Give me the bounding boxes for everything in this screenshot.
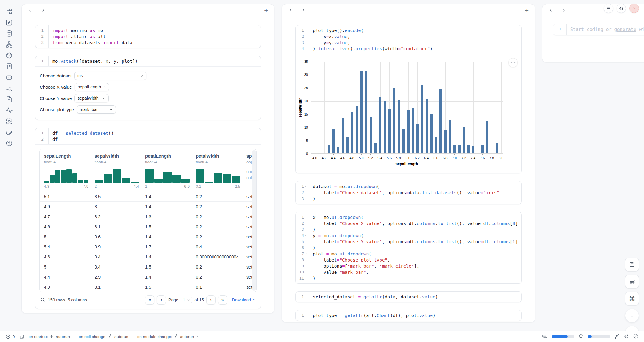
table-row[interactable]: 53.61.40.2setos: [40, 232, 256, 242]
code-editor[interactable]: import marimo as moimport altair as altf…: [49, 25, 261, 48]
table-row[interactable]: 4.42.91.40.2setos: [40, 272, 256, 282]
code-line: label="Choose X value", options=df.colum…: [313, 220, 518, 226]
code-editor[interactable]: dataset = mo.ui.dropdown( label="Choose …: [309, 181, 521, 204]
table-row[interactable]: 4.73.21.30.2setos: [40, 212, 256, 222]
dropdown-select[interactable]: sepalWidth: [74, 94, 109, 102]
dropdown-select[interactable]: sepalLength: [75, 83, 109, 91]
table-cell: 1.4: [145, 255, 196, 259]
code-line: plot_type = getattr(alt.Chart(df), plot.…: [313, 312, 518, 319]
table-scrollbar[interactable]: [252, 150, 256, 291]
download-button[interactable]: Download: [232, 297, 256, 302]
sidebar-file-text-icon[interactable]: [5, 96, 13, 103]
stop-button[interactable]: [625, 309, 639, 322]
code-editor[interactable]: mo.vstack([dataset, x, y, plot]): [49, 56, 261, 66]
gridline: [501, 62, 502, 153]
histogram-bar: [66, 169, 72, 183]
cpu-icon: [578, 333, 584, 340]
table-row[interactable]: 4.63.11.50.2setos: [40, 222, 256, 232]
dropdown-value: iris: [77, 73, 83, 78]
panel-next-button[interactable]: [301, 8, 306, 14]
menu-button[interactable]: [604, 4, 613, 13]
fold-toggle[interactable]: [304, 29, 307, 32]
connection-status-icon[interactable]: [633, 333, 639, 340]
table-row[interactable]: 4.63.41.40.3000000000000004setos: [40, 252, 256, 262]
code-editor[interactable]: plot_type = getattr(alt.Chart(df), plot.…: [309, 310, 521, 321]
search-icon[interactable]: [40, 297, 45, 303]
panel-next-button[interactable]: [562, 8, 566, 14]
empty-code-editor[interactable]: Start coding or generate with: [567, 24, 644, 35]
sidebar-sitemap-icon[interactable]: [5, 41, 13, 48]
close-button[interactable]: [629, 4, 639, 13]
code-editor[interactable]: x = mo.ui.dropdown( label="Choose X valu…: [309, 212, 521, 283]
chart-plot-area[interactable]: [311, 62, 503, 154]
panel-prev-button[interactable]: [28, 8, 32, 14]
panel-prev-button[interactable]: [288, 8, 293, 14]
axis-tick: [343, 154, 343, 155]
sidebar-database-icon[interactable]: [5, 30, 13, 37]
x-tick-label: 4.2: [319, 156, 329, 160]
cell-output: Choose datasetirisChoose X valuesepalLen…: [35, 66, 261, 120]
terminal-button[interactable]: [19, 334, 24, 339]
prev-page-button[interactable]: ‹: [157, 295, 166, 305]
table-cell: 3.1: [95, 285, 145, 290]
fold-toggle[interactable]: [304, 234, 307, 237]
generate-link[interactable]: generate: [614, 27, 636, 32]
next-page-button[interactable]: ›: [206, 295, 216, 305]
column-histogram: [95, 168, 139, 183]
code-editor[interactable]: df = selected_dataset()df: [49, 128, 261, 144]
table-row[interactable]: 4.93.11.50.1setos: [40, 282, 256, 292]
table-row[interactable]: 5.43.91.70.4setos: [40, 242, 256, 252]
save-button[interactable]: [625, 258, 639, 271]
fold-toggle[interactable]: [304, 216, 307, 219]
download-label: Download: [232, 297, 251, 302]
settings-button[interactable]: [617, 4, 626, 13]
layout-button[interactable]: [625, 275, 639, 288]
code-line: y = mo.ui.dropdown(: [313, 233, 518, 239]
chart-bar: [384, 101, 386, 153]
control-row: Choose Y valuesepalWidth: [40, 94, 256, 102]
sidebar-help-circle-icon[interactable]: [5, 140, 13, 147]
code-editor[interactable]: plot_type().encode( x=x.value, y=y.value…: [309, 25, 521, 54]
bolt-icon: [174, 334, 178, 339]
add-cell-button[interactable]: +: [264, 7, 268, 14]
sidebar-package-icon[interactable]: [5, 52, 13, 59]
dropdown-select[interactable]: iris: [74, 72, 146, 80]
error-indicator[interactable]: 0: [5, 334, 15, 339]
table-row[interactable]: 5.13.51.40.2setos: [40, 191, 256, 201]
fold-toggle[interactable]: [304, 253, 307, 255]
axis-tick: [399, 154, 399, 155]
sidebar-function-square-icon[interactable]: [5, 19, 13, 26]
table-row[interactable]: 53.41.50.2setos: [40, 262, 256, 272]
command-palette-button[interactable]: ⌘: [625, 292, 639, 305]
sidebar-file-tree-icon[interactable]: [5, 8, 13, 15]
fold-toggle[interactable]: [304, 185, 307, 188]
sidebar-activity-icon[interactable]: [5, 107, 13, 114]
sidebar-bot-icon[interactable]: [5, 74, 13, 81]
runtime-setting[interactable]: on module change:autorun: [137, 334, 200, 339]
ai-sparkles-button[interactable]: [614, 333, 620, 340]
panel-prev-button[interactable]: [549, 8, 553, 14]
table-row[interactable]: 4.931.40.2setos: [40, 201, 256, 212]
runtime-setting[interactable]: on cell change:autorun: [79, 334, 128, 339]
sidebar-notebook-pen-icon[interactable]: [5, 129, 13, 136]
add-cell-button[interactable]: +: [525, 7, 529, 14]
table-cell: 3: [95, 204, 145, 209]
sidebar-code-snippet-icon[interactable]: [5, 118, 13, 125]
line-number: 3: [302, 40, 304, 46]
chart-bar: [421, 85, 423, 153]
sidebar-search-list-icon[interactable]: [5, 85, 13, 92]
first-page-button[interactable]: «: [145, 295, 154, 305]
page-select[interactable]: 1: [181, 297, 192, 303]
sidebar-scroll-icon[interactable]: [5, 63, 13, 70]
chart-menu-button[interactable]: [508, 58, 518, 67]
histogram-bar: [104, 174, 112, 183]
axis-tick: [492, 154, 492, 155]
histogram-bar: [205, 182, 213, 183]
ram-usage-meter: [552, 335, 574, 338]
dropdown-select[interactable]: mark_bar: [77, 105, 116, 114]
code-editor[interactable]: selected_dataset = getattr(data, dataset…: [309, 292, 521, 302]
runtime-setting[interactable]: on startup:autorun: [29, 334, 70, 339]
last-page-button[interactable]: »: [218, 295, 227, 305]
panel-next-button[interactable]: [41, 8, 45, 14]
copilot-button[interactable]: [624, 333, 629, 340]
